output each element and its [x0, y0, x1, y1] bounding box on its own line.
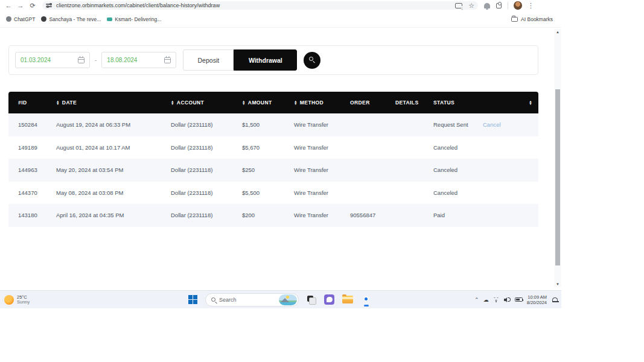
cell-date: May 08, 2024 at 03:08 PM — [56, 189, 171, 196]
col-sort-end[interactable] — [483, 100, 538, 105]
sort-icon[interactable] — [56, 100, 60, 105]
calendar-icon[interactable] — [78, 57, 84, 63]
folder-icon — [511, 17, 518, 22]
taskbar-search[interactable]: Search — [205, 293, 299, 306]
chatgpt-favicon — [6, 16, 11, 22]
col-amount[interactable]: AMOUNT — [242, 100, 294, 106]
taskbar-weather-widget[interactable]: 25°C Sunny — [4, 294, 30, 305]
extensions-icon[interactable] — [496, 2, 502, 9]
cell-status: Canceled — [433, 167, 483, 173]
col-date[interactable]: DATE — [56, 100, 171, 106]
bookmark-sanchaya[interactable]: Sanchaya - The reve... — [41, 16, 101, 22]
calendar-icon[interactable] — [164, 57, 171, 63]
cell-order: 90556847 — [350, 212, 395, 218]
chrome-app-icon[interactable] — [361, 294, 372, 306]
screenshot-root: ← → ⟳ clientzone.orbinmarkets.com/cabine… — [0, 0, 644, 362]
sort-icon[interactable] — [242, 100, 246, 105]
chat-app-icon[interactable] — [324, 294, 334, 305]
col-account[interactable]: ACCOUNT — [171, 100, 242, 106]
date-range-separator: - — [95, 57, 97, 63]
start-button[interactable] — [188, 295, 197, 304]
filter-card: 01.03.2024 - 18.08.2024 Deposit Withdraw… — [8, 45, 538, 75]
table-row[interactable]: 143180 April 16, 2024 at 04:35 PM Dollar… — [8, 204, 538, 227]
cell-account: Dollar (2231118) — [171, 189, 242, 196]
cell-method: Wire Transfer — [294, 121, 350, 128]
bookmark-chatgpt[interactable]: ChatGPT — [6, 16, 35, 22]
cell-id: 144963 — [18, 167, 56, 173]
profile-avatar[interactable] — [514, 1, 522, 10]
scroll-up-icon[interactable]: ▲ — [554, 29, 561, 35]
cell-status: Paid — [433, 212, 483, 218]
cell-date: May 20, 2024 at 03:54 PM — [56, 167, 171, 173]
withdrawal-button[interactable]: Withdrawal — [234, 49, 297, 71]
table-row[interactable]: 149189 August 01, 2024 at 10.17 AM Dolla… — [8, 136, 538, 159]
cell-status: Request Sent — [433, 121, 483, 128]
forward-icon[interactable]: → — [14, 1, 27, 10]
cell-account: Dollar (2231118) — [171, 212, 242, 218]
toolbar-divider — [508, 2, 508, 9]
task-view-button[interactable] — [307, 295, 316, 305]
taskbar-search-placeholder: Search — [219, 297, 279, 303]
ksmart-favicon — [107, 17, 112, 21]
date-from-input[interactable]: 01.03.2024 — [15, 52, 90, 68]
site-settings-icon[interactable] — [46, 2, 53, 8]
table-row[interactable]: 144963 May 20, 2024 at 03:54 PM Dollar (… — [8, 159, 538, 182]
ai-bookmarks-folder[interactable]: AI Bookmarks — [511, 16, 553, 22]
sort-icon[interactable] — [529, 100, 532, 105]
browser-menu-icon[interactable]: ⋮ — [528, 2, 534, 10]
col-method[interactable]: METHOD — [294, 100, 350, 106]
cell-amount: $200 — [242, 212, 294, 218]
notification-center-icon[interactable] — [552, 297, 558, 302]
search-button[interactable] — [304, 52, 320, 69]
wifi-icon[interactable] — [493, 297, 500, 302]
col-details: DETAILS — [395, 100, 433, 106]
cell-amount: $5,500 — [242, 189, 294, 196]
battery-icon[interactable] — [515, 297, 523, 302]
search-icon — [211, 297, 215, 302]
bookmark-star-icon[interactable]: ☆ — [468, 2, 474, 8]
address-bar[interactable]: clientzone.orbinmarkets.com/cabinet/clie… — [42, 1, 478, 10]
install-app-icon[interactable] — [455, 3, 462, 8]
vertical-scrollbar[interactable]: ▲ ▼ — [554, 29, 561, 287]
col-id[interactable]: #ID — [18, 100, 56, 106]
sort-icon[interactable] — [171, 100, 174, 105]
page-content: 01.03.2024 - 18.08.2024 Deposit Withdraw… — [0, 28, 554, 290]
url-text[interactable]: clientzone.orbinmarkets.com/cabinet/clie… — [56, 2, 455, 8]
cell-account: Dollar (2231118) — [171, 167, 242, 173]
cell-id: 144370 — [18, 189, 56, 196]
clock-time: 10:09 AM — [527, 294, 547, 300]
refresh-icon[interactable]: ⟳ — [27, 1, 39, 10]
cell-method: Wire Transfer — [294, 144, 350, 151]
deposit-button[interactable]: Deposit — [183, 49, 234, 71]
sort-icon[interactable] — [294, 100, 298, 105]
table-header: #ID DATE ACCOUNT AMOUNT METHOD ORDER DET… — [8, 92, 538, 113]
system-tray: ⌃ ☁ 10:09 AM 8/20/2024 — [474, 294, 558, 305]
scroll-down-icon[interactable]: ▼ — [554, 281, 561, 287]
cell-date: April 16, 2024 at 04:35 PM — [56, 212, 171, 218]
cell-amount: $1,500 — [242, 121, 294, 128]
cell-amount: $5,670 — [242, 144, 294, 151]
cell-method: Wire Transfer — [294, 212, 350, 218]
bookmark-label: Ksmart- Delivering... — [115, 16, 161, 22]
onedrive-cloud-icon[interactable]: ☁ — [483, 297, 489, 303]
bookmark-label: ChatGPT — [14, 16, 35, 22]
ai-bookmarks-label: AI Bookmarks — [521, 16, 553, 22]
tray-chevron-icon[interactable]: ⌃ — [474, 297, 479, 303]
file-explorer-icon[interactable] — [342, 296, 353, 303]
date-to-input[interactable]: 18.08.2024 — [101, 52, 176, 68]
browser-toolbar: ← → ⟳ clientzone.orbinmarkets.com/cabine… — [0, 0, 561, 11]
back-icon[interactable]: ← — [2, 1, 14, 10]
volume-icon[interactable] — [504, 297, 511, 302]
table-row[interactable]: 144370 May 08, 2024 at 03:08 PM Dollar (… — [8, 182, 538, 205]
tray-clock[interactable]: 10:09 AM 8/20/2024 — [527, 294, 547, 305]
table-row[interactable]: 150284 August 19, 2024 at 06:33 PM Dolla… — [8, 113, 538, 136]
bookmark-label: Sanchaya - The reve... — [49, 16, 101, 22]
scrollbar-thumb[interactable] — [555, 89, 560, 265]
cancel-link[interactable]: Cancel — [483, 121, 538, 128]
bookmark-ksmart[interactable]: Ksmart- Delivering... — [107, 16, 161, 22]
sunny-icon — [4, 295, 14, 305]
notifications-icon[interactable] — [484, 3, 490, 8]
cell-account: Dollar (2231118) — [171, 144, 242, 151]
cell-method: Wire Transfer — [294, 189, 350, 196]
cell-amount: $250 — [242, 167, 294, 173]
